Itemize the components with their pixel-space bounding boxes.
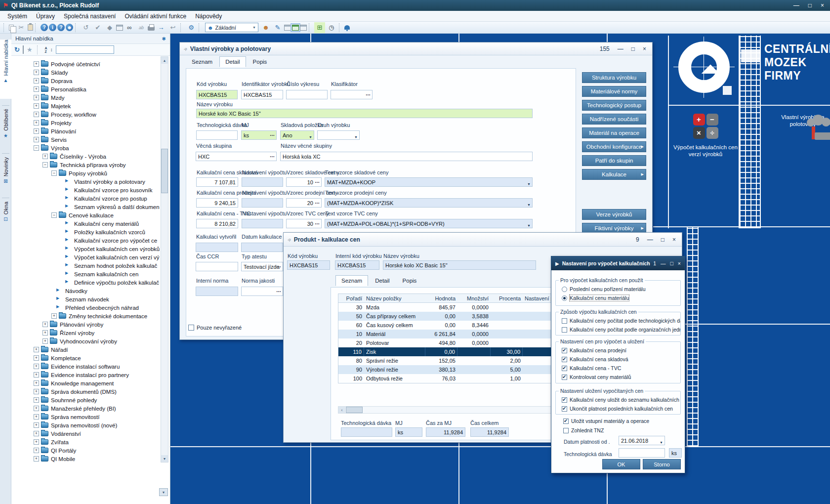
cut-icon[interactable]: ✂ [16,22,27,33]
tree-item[interactable]: Přehled všeobecných náhrad [11,303,160,312]
technologicka-davka-field[interactable] [341,427,392,437]
tree-item[interactable]: Evidence instalací pro partnery [11,371,160,379]
tree-expander-icon[interactable] [34,422,39,428]
mj-field[interactable]: ks [395,427,422,437]
tree-item[interactable]: QI Mobile [11,455,160,463]
window-titlebar[interactable]: » Vlastní výrobky a polotovary 155 — □ × [180,42,652,55]
checkbox-option[interactable]: Kontrolovat ceny materiálů [562,373,680,381]
tree-expander-icon[interactable] [34,86,39,92]
tree-expander-icon[interactable] [34,389,39,394]
checkbox-option[interactable]: Kalkulační ceny počítat podle technologi… [562,317,680,325]
info-icon[interactable]: i [49,24,56,31]
ellipsis-button[interactable]: … [315,179,320,184]
ellipsis-button[interactable]: … [315,200,320,205]
desktop-icon-vypocet-kalkulacnich-cen[interactable]: + − × ÷ Výpočet kalkulačních cen verzí v… [673,114,738,158]
user-settings-icon[interactable]: ☻ [260,22,271,33]
tree-item[interactable]: Návodky [11,287,160,295]
tree-expander-icon[interactable] [34,380,39,386]
norma-jakosti-field[interactable]: … [241,287,283,296]
tree-item[interactable]: Plánování [11,127,160,135]
toolbar-separator[interactable] [35,23,39,32]
checkbox-option[interactable]: Kalkulační cena prodejní [562,346,680,354]
tree-item[interactable]: Personalistika [11,85,160,93]
tab[interactable]: Seznam [335,275,368,286]
tree-item[interactable]: Servis [11,135,160,144]
cena-prodejni-field[interactable]: 9 240,15 [196,198,238,208]
ok-button[interactable]: OK [602,459,640,469]
checkbox-option[interactable]: Kalkulační cena - TVC [562,364,680,372]
tab[interactable]: Detail [219,56,246,67]
scroll-left-button[interactable]: ‹ [338,407,345,413]
tree-item[interactable]: Majetek [11,102,160,110]
refresh-icon[interactable]: ↻ [14,46,20,53]
tree-item[interactable]: Doprava [11,77,160,85]
tab[interactable]: Seznam [186,56,218,67]
history-clock-icon[interactable]: ◷ [326,22,337,33]
menu-item[interactable]: Společná nastavení [59,11,120,21]
tree-item[interactable]: Řízení výroby [11,329,160,337]
toolbar-separator[interactable] [309,23,312,32]
tree-expander-icon[interactable] [51,313,57,319]
tree-item[interactable]: Projekty [11,119,160,127]
vzorec-tvc-field[interactable]: 30… [286,219,322,228]
dialog-titlebar[interactable]: ▶ Nastavení pro výpočet kalkulačních cen… [551,256,685,270]
window-icon[interactable] [116,25,123,31]
radio-option[interactable]: Poslední cenu pořízení materiálu [562,285,680,293]
menu-item[interactable]: Systém [3,11,32,21]
identifikator-field[interactable]: HXCBAS15 [241,90,283,99]
form-active-icon[interactable] [292,25,299,31]
tree-item[interactable]: Číselníky - Výroba [11,152,160,161]
tree-item[interactable]: Vlastní výrobky a polotovary [11,177,160,186]
checkbox-option[interactable]: Kalkulační ceny uložit do seznamu kalkul… [562,396,680,404]
side-action-button[interactable]: Kalkulace [582,169,646,180]
checkbox-option[interactable]: Zohlednit TNZ [563,426,682,434]
user-help-icon[interactable]: ☻ [66,24,73,31]
favorite-star-icon[interactable]: ★ [27,46,33,53]
pin-icon[interactable]: ✱ [162,36,166,42]
interni-kod-field[interactable]: HXCBAS15 [335,260,379,270]
sidebar-tab-novinky[interactable]: Novinky ⊠ [0,157,11,194]
skladova-polozka-select[interactable]: Ano▼ [280,130,314,140]
tree-item[interactable]: Manažerské přehledy (BI) [11,404,160,413]
nastaveni-vypoctu-field[interactable] [242,177,283,187]
tree-expander-icon[interactable] [42,330,48,336]
tree-item[interactable]: Plánování výroby [11,320,160,329]
cena-tvc-field[interactable]: 8 210,82 [196,219,238,228]
close-button[interactable]: × [672,236,676,243]
side-action-button[interactable]: Technologický postup [582,100,646,111]
tree-expander-icon[interactable] [34,103,39,109]
tree-item[interactable]: Vodárenství [11,429,160,438]
tree-item[interactable]: Souhrnné pohledy [11,396,160,404]
tree-item[interactable]: Kalkulační ceny materiálů [11,219,160,228]
tree-expander-icon[interactable] [34,397,39,403]
radio-option[interactable]: Kalkulační cenu materiálu [562,294,680,302]
tree-item[interactable]: Cenové kalkulace [11,211,160,219]
menu-item[interactable]: Ovládání aktivní funkce [120,11,191,21]
tree-item[interactable]: QI Portály [11,446,160,455]
tree-item[interactable]: Výroba [11,144,160,152]
window-titlebar[interactable]: » Produkt - kalkulace cen 9 — □ × [284,233,682,247]
minimize-button[interactable]: — [618,45,623,52]
technologicka-davka-field[interactable] [619,448,665,458]
technologicka-davka-field[interactable] [196,130,238,140]
back-icon[interactable]: ↩ [167,22,178,33]
datum-kalkulace-field[interactable] [241,243,283,252]
druh-vyrobku-select[interactable]: ▼ [317,130,360,140]
tree-expander-icon[interactable] [34,448,39,453]
tree-expander-icon[interactable] [51,212,57,218]
tree-item[interactable]: Výpočet kalkulačních cen verzí vý [11,253,160,261]
checkbox-option[interactable]: Ukončit platnost posledních kalkulačních… [562,405,680,413]
vzorec-skladove-field[interactable]: 10… [286,177,322,187]
copy-icon[interactable] [9,25,14,31]
vzorec-prodejni-field[interactable]: 20… [286,198,322,208]
tree-expander-icon[interactable] [34,70,39,75]
tree-expander-icon[interactable] [34,128,39,134]
cas-za-mj-field[interactable]: 11,9284 [426,427,465,437]
checkbox-option[interactable]: Kalkulační ceny počítat podle organizačn… [562,326,680,334]
datum-platnosti-select[interactable]: 21.06.2018▼ [619,436,665,445]
tree-item[interactable]: Správa dokumentů (DMS) [11,387,160,396]
notifications-bell-icon[interactable] [344,25,350,30]
maximize-button[interactable]: □ [670,260,673,266]
tree-item[interactable]: Mzdy [11,93,160,102]
toolbar-separator[interactable] [75,23,79,32]
